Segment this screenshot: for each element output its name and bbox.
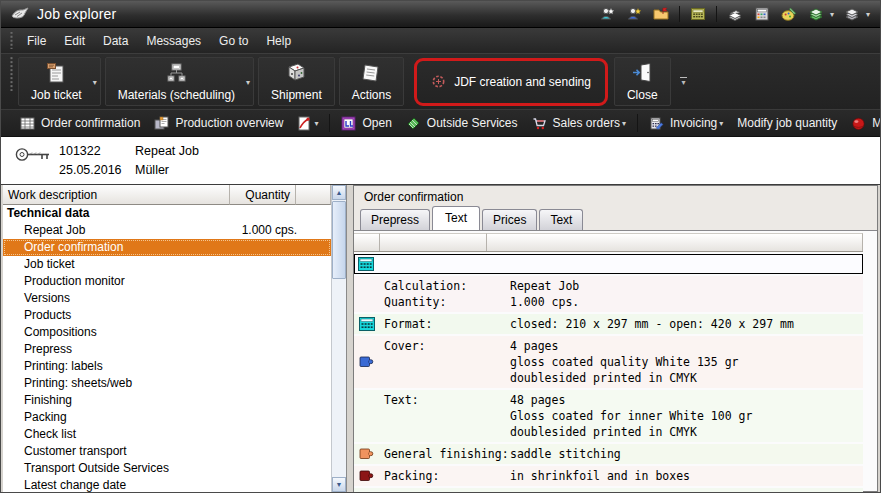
materials-stack-icon[interactable] xyxy=(807,5,825,23)
job-number: 101322 xyxy=(59,144,101,158)
tree-item-customer-transport[interactable]: Customer transport xyxy=(3,443,331,460)
tree-item-label: Prepress xyxy=(24,342,72,356)
main-toolbar: Job ticket ▾ Materials (scheduling) ▾ Sh… xyxy=(1,53,880,109)
sales-orders-button[interactable]: Sales orders ▾ xyxy=(525,113,633,134)
tab-text[interactable]: Text xyxy=(432,206,480,230)
report-row-packing: Packing: in shrinkfoil and in boxes xyxy=(354,466,863,486)
tab-text-2[interactable]: Text xyxy=(539,209,583,230)
tree-item-prepress[interactable]: Prepress xyxy=(3,341,331,358)
report-value: in shrinkfoil and in boxes xyxy=(510,468,690,484)
scroll-down-arrow[interactable]: ▼ xyxy=(332,477,346,492)
open-button[interactable]: Open xyxy=(334,113,398,134)
tree-item-finishing[interactable]: Finishing xyxy=(3,392,331,409)
modify-status-label: Modify status xyxy=(872,116,881,130)
selected-report-row[interactable] xyxy=(354,254,863,274)
tree-item-printing-sheets-web[interactable]: Printing: sheets/web xyxy=(3,375,331,392)
invoice-calculator-icon[interactable] xyxy=(753,5,771,23)
jobs-stack-icon[interactable] xyxy=(843,5,861,23)
tree-item-check-list[interactable]: Check list xyxy=(3,426,331,443)
chevron-down-icon[interactable]: ▾ xyxy=(314,119,318,128)
tree-item-order-confirmation[interactable]: Order confirmation xyxy=(3,239,331,256)
production-overview-button[interactable]: Production overview xyxy=(147,113,290,134)
menu-edit[interactable]: Edit xyxy=(55,30,94,52)
tree-item-versions[interactable]: Versions xyxy=(3,290,331,307)
pdf-export-button[interactable]: ▾ xyxy=(290,113,325,134)
chevron-down-icon[interactable]: ▾ xyxy=(866,10,870,19)
app-icon xyxy=(11,7,29,21)
report-row-cover: Cover: 4 pages gloss coated quality Whit… xyxy=(354,336,863,388)
tab-prepress[interactable]: Prepress xyxy=(360,209,430,230)
tree-item-job-ticket[interactable]: Job ticket xyxy=(3,256,331,273)
tree-item-latest-change-date[interactable]: Latest change date xyxy=(3,477,331,492)
menu-help[interactable]: Help xyxy=(257,30,300,52)
materials-scheduling-button[interactable]: Materials (scheduling) ▾ xyxy=(105,57,254,106)
tree-item-label: Latest change date xyxy=(24,478,126,492)
job-info-bar: 101322 25.05.2016 Repeat Job Müller xyxy=(1,137,880,185)
invoicing-button[interactable]: Invoicing ▾ xyxy=(642,113,730,134)
chevron-down-icon[interactable]: ▾ xyxy=(246,77,250,86)
tree-item-label: Check list xyxy=(24,427,76,441)
actions-label: Actions xyxy=(352,88,391,102)
tab-prices[interactable]: Prices xyxy=(482,209,537,230)
contact-star-icon[interactable] xyxy=(625,5,643,23)
menu-file[interactable]: File xyxy=(18,30,55,52)
chevron-down-icon[interactable]: ▾ xyxy=(622,119,626,128)
tree-item-transport-outside-services[interactable]: Transport Outside Services xyxy=(3,460,331,477)
tree-item-packing[interactable]: Packing xyxy=(3,409,331,426)
report-value: doublesided printed in CMYK xyxy=(510,424,697,440)
column-header-work-description[interactable]: Work description xyxy=(3,185,230,205)
toolbar-grip[interactable] xyxy=(9,32,14,50)
toolbar-separator xyxy=(329,114,330,132)
report-header-cell[interactable] xyxy=(487,233,863,251)
new-contact-icon[interactable] xyxy=(598,5,616,23)
tree-item-compositions[interactable]: Compositions xyxy=(3,324,331,341)
production-overview-label: Production overview xyxy=(175,116,283,130)
puzzle-darkred-icon xyxy=(359,470,379,483)
order-confirmation-button[interactable]: Order confirmation xyxy=(13,113,147,134)
chevron-down-icon[interactable]: ▾ xyxy=(830,10,834,19)
tree-item-label: Finishing xyxy=(24,393,72,407)
report-value: Repeat Job xyxy=(510,278,579,294)
scrollbar-thumb[interactable] xyxy=(332,201,346,279)
titlebar-separator xyxy=(716,6,717,22)
tree-group-technical-data[interactable]: Technical data xyxy=(3,205,331,222)
work-description-panel: Work description Quantity Technical data… xyxy=(3,185,347,492)
menu-goto[interactable]: Go to xyxy=(210,30,257,52)
chevron-down-icon[interactable]: ▾ xyxy=(719,119,723,128)
toolbar-grip[interactable] xyxy=(9,57,14,91)
outside-services-button[interactable]: Outside Services xyxy=(399,113,525,134)
shipment-button[interactable]: Shipment xyxy=(258,57,335,106)
jdf-creation-button[interactable]: JDF creation and sending xyxy=(421,70,601,93)
left-panel-header: Work description Quantity xyxy=(3,185,331,205)
menu-messages[interactable]: Messages xyxy=(137,30,210,52)
left-panel-scrollbar[interactable]: ▲ ▼ xyxy=(331,185,346,492)
tree-item-products[interactable]: Products xyxy=(3,307,331,324)
tree-item-printing-labels[interactable]: Printing: labels xyxy=(3,358,331,375)
titlebar-separator xyxy=(679,6,680,22)
tree-item-production-monitor[interactable]: Production monitor xyxy=(3,273,331,290)
tasks-folder-icon[interactable] xyxy=(652,5,670,23)
report-header-cell[interactable] xyxy=(380,233,487,251)
report-table-header xyxy=(354,233,863,252)
modify-status-button[interactable]: Modify status xyxy=(844,113,881,134)
close-door-icon xyxy=(630,61,654,85)
palette-icon[interactable] xyxy=(780,5,798,23)
tab-content: Calculation: Repeat Job Quantity: 1.000 … xyxy=(354,230,877,491)
actions-button[interactable]: Actions xyxy=(339,57,404,106)
scroll-up-arrow[interactable]: ▲ xyxy=(332,185,346,200)
column-header-quantity[interactable]: Quantity xyxy=(230,185,296,205)
tree-item-repeat-job[interactable]: Repeat Job 1.000 cps. xyxy=(3,222,331,239)
report-header-cell[interactable] xyxy=(354,233,380,251)
job-ticket-button[interactable]: Job ticket ▾ xyxy=(18,57,101,106)
chevron-down-icon[interactable]: ▾ xyxy=(93,77,97,86)
work-description-tree: Technical data Repeat Job 1.000 cps. Ord… xyxy=(3,205,331,492)
catalog-icon[interactable] xyxy=(726,5,744,23)
modify-job-quantity-button[interactable]: Modify job quantity xyxy=(730,113,844,133)
close-button[interactable]: Close xyxy=(614,57,671,106)
menu-data[interactable]: Data xyxy=(94,30,137,52)
tree-item-label: Versions xyxy=(24,291,70,305)
column-header-empty[interactable] xyxy=(296,185,331,205)
calculator-icon[interactable] xyxy=(689,5,707,23)
job-explorer-window: Job explorer xyxy=(0,0,881,493)
toolbar-overflow-button[interactable]: ▾ xyxy=(677,77,691,86)
